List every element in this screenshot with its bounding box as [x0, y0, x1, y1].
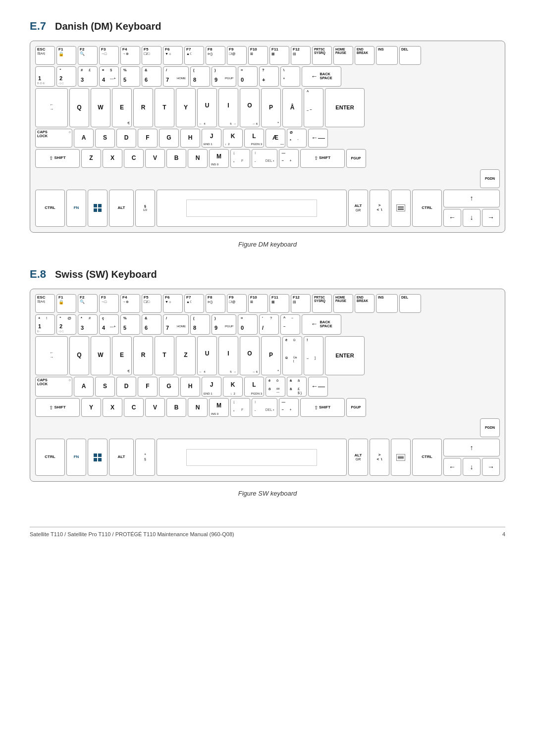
sw-key-3[interactable]: *# 3: [78, 314, 98, 335]
key-s[interactable]: S: [95, 129, 115, 148]
sw-key-e[interactable]: E €: [112, 336, 132, 375]
key-f5[interactable]: F5☐/□: [142, 46, 161, 65]
sw-key-ctrl-right[interactable]: CTRL: [412, 439, 442, 476]
sw-key-excl[interactable]: ! ..]: [304, 336, 323, 375]
key-esc[interactable]: ESC☰[A/I]: [35, 46, 55, 65]
key-aa[interactable]: Å: [282, 88, 302, 127]
key-d[interactable]: D: [116, 129, 136, 148]
key-caps[interactable]: CAPSLOCK ○: [35, 129, 72, 148]
sw-key-9[interactable]: ) 9PGUP: [212, 314, 236, 335]
key-p[interactable]: P *: [261, 88, 281, 127]
key-altgr[interactable]: ALT GR: [348, 190, 368, 227]
key-f1[interactable]: F1🔒: [56, 46, 76, 65]
sw-key-f9[interactable]: F9□/@: [227, 294, 247, 313]
sw-key-arrow-right[interactable]: →: [482, 458, 500, 476]
sw-key-q[interactable]: Q: [69, 336, 89, 375]
sw-key-deg[interactable]: ° §: [135, 439, 155, 476]
sw-key-esc[interactable]: ESC☰[A/I]: [35, 294, 55, 313]
key-n[interactable]: N: [188, 149, 208, 168]
key-f6[interactable]: F6▼☼: [163, 46, 183, 65]
key-u[interactable]: U ← 4: [197, 88, 217, 127]
sw-key-f8[interactable]: F8⊳|): [206, 294, 225, 313]
sw-key-b[interactable]: B: [166, 398, 186, 417]
sw-key-g[interactable]: G: [159, 377, 179, 397]
key-f4[interactable]: F4→⊕: [120, 46, 140, 65]
sw-key-backspace[interactable]: ← BACKSPACE: [302, 314, 341, 335]
sw-key-w[interactable]: W: [91, 336, 110, 375]
sw-key-j[interactable]: J END 1: [202, 377, 221, 397]
key-t[interactable]: T: [155, 88, 174, 127]
sw-key-f7[interactable]: F7▲☾: [184, 294, 204, 313]
key-c[interactable]: C: [124, 149, 144, 168]
key-backslash[interactable]: ←—: [308, 129, 328, 148]
key-caret[interactable]: ^ .. ~: [304, 88, 323, 127]
key-z[interactable]: Z: [81, 149, 101, 168]
key-e[interactable]: E €: [112, 88, 132, 127]
key-tilde-1[interactable]: 1 B∙D∙E: [35, 66, 55, 87]
key-b[interactable]: B: [166, 149, 186, 168]
sw-key-6[interactable]: & 6: [142, 314, 161, 335]
key-home[interactable]: HOMEPAUSE: [333, 46, 353, 65]
key-arrow-up[interactable]: ↑: [443, 190, 500, 207]
sw-key-end-break[interactable]: ENDBREAK: [355, 294, 374, 313]
key-8[interactable]: ( 8: [190, 66, 210, 87]
key-f8[interactable]: F8⊳|): [206, 46, 225, 65]
sw-key-5[interactable]: % 5: [120, 314, 140, 335]
key-menu[interactable]: [391, 190, 411, 227]
key-arrow-left[interactable]: ←: [443, 209, 461, 227]
sw-key-o[interactable]: O → 6: [240, 336, 260, 375]
key-angle-bracket[interactable]: > <\: [370, 190, 389, 227]
key-space[interactable]: [157, 190, 347, 227]
sw-key-angle-bracket[interactable]: > <\: [370, 439, 389, 476]
key-enter[interactable]: ENTER: [325, 88, 365, 127]
sw-key-menu[interactable]: [391, 439, 411, 476]
sw-key-f11[interactable]: F11▦: [269, 294, 289, 313]
sw-key-period[interactable]: : .DEL •: [252, 398, 277, 417]
key-end-break[interactable]: ENDBREAK: [355, 46, 374, 65]
key-plus[interactable]: ? +: [259, 66, 279, 87]
sw-key-m[interactable]: M INS 0: [209, 398, 229, 417]
sw-key-7[interactable]: / 7HOME: [163, 314, 189, 335]
sw-key-del[interactable]: DEL: [399, 294, 421, 313]
key-w[interactable]: W: [91, 88, 110, 127]
sw-key-alt-left[interactable]: ALT: [109, 439, 134, 476]
sw-key-i[interactable]: I 5 →: [218, 336, 238, 375]
key-6[interactable]: & 6: [142, 66, 161, 87]
sw-key-eo[interactable]: èö öôê—: [266, 377, 285, 397]
sw-key-backslash2[interactable]: ←—: [308, 377, 328, 397]
sw-key-tab[interactable]: ← →: [35, 336, 68, 375]
key-ins[interactable]: INS: [376, 46, 398, 65]
key-backspace[interactable]: ← BACKSPACE: [302, 66, 341, 87]
sw-key-f12[interactable]: F12▤: [291, 294, 311, 313]
sw-key-caret[interactable]: ^~ ~: [280, 314, 300, 335]
key-4[interactable]: ¤$ 4—+: [99, 66, 119, 87]
sw-key-caps[interactable]: CAPSLOCK ○: [35, 377, 72, 397]
sw-key-f1[interactable]: F1🔒: [56, 294, 76, 313]
key-f7[interactable]: F7▲☾: [184, 46, 204, 65]
sw-key-k[interactable]: K ↓ 2: [223, 377, 243, 397]
key-a[interactable]: A: [74, 129, 94, 148]
sw-key-c[interactable]: C: [124, 398, 144, 417]
key-backtick[interactable]: \ ': [280, 66, 300, 87]
sw-key-4[interactable]: ç 4—+: [99, 314, 119, 335]
sw-key-s[interactable]: S: [95, 377, 115, 397]
key-x[interactable]: X: [103, 149, 122, 168]
key-v[interactable]: V: [145, 149, 165, 168]
sw-key-x[interactable]: X: [103, 398, 122, 417]
sw-key-aa-dg[interactable]: àä ä£$ }: [287, 377, 307, 397]
sw-key-f[interactable]: F: [138, 377, 158, 397]
key-comma[interactable]: ; ,F: [230, 149, 250, 168]
key-del[interactable]: DEL: [399, 46, 421, 65]
sw-key-shift-right[interactable]: ⇧ SHIFT: [300, 398, 345, 417]
sw-key-2[interactable]: "@ 2 ◁◁: [56, 314, 76, 335]
key-7[interactable]: / 7HOME: [163, 66, 189, 87]
key-f9[interactable]: F9□/@: [227, 46, 247, 65]
sw-key-arrow-down[interactable]: ↓: [463, 458, 481, 476]
sw-key-arrow-up[interactable]: ↑: [443, 439, 500, 456]
key-i[interactable]: I 5 →: [218, 88, 238, 127]
key-tab[interactable]: ← →: [35, 88, 68, 127]
sw-key-win[interactable]: [88, 439, 107, 476]
sw-key-pgup[interactable]: PGUP: [346, 398, 366, 417]
sw-key-l[interactable]: L PGDN 3: [244, 377, 264, 397]
key-r[interactable]: R: [133, 88, 153, 127]
